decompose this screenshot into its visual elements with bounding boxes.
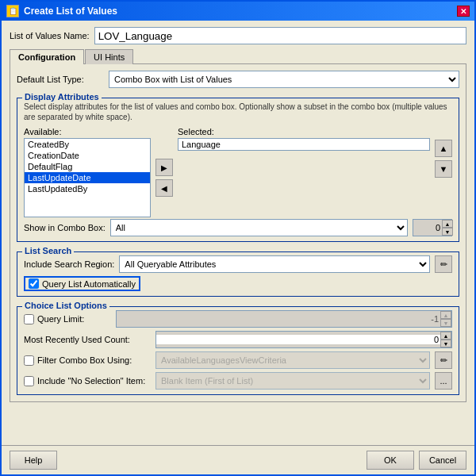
choice-list-options-section: Choice List Options Query Limit: ▲ ▼ (17, 306, 459, 395)
list-item[interactable]: CreatedBy (25, 139, 150, 150)
display-attributes-desc: Select display attributes for the list o… (24, 102, 452, 122)
include-search-select[interactable]: All Queryable Attributes None Custom (119, 255, 430, 273)
list-item[interactable]: CreationDate (25, 150, 150, 161)
query-auto-text: Query List Automatically (42, 279, 136, 289)
filter-combo-label: Filter Combo Box Using: (37, 355, 132, 365)
no-selection-select[interactable]: Blank Item (First of List) (155, 372, 430, 390)
no-selection-label: Include "No Selection" Item: (37, 376, 145, 386)
combo-spin: ▲ ▼ (413, 219, 452, 236)
tabs-container: Configuration UI Hints Default List Type… (10, 49, 466, 402)
lov-name-row: List of Values Name: (10, 27, 466, 44)
no-selection-check-label[interactable]: Include "No Selection" Item: (24, 376, 151, 386)
list-item[interactable]: Language (178, 139, 429, 150)
lov-name-input[interactable] (94, 27, 466, 44)
tab-configuration[interactable]: Configuration (10, 49, 84, 64)
filter-combo-row: Filter Combo Box Using: AvailableLanguag… (24, 351, 452, 369)
window-icon: 📋 (6, 5, 19, 17)
display-attributes-legend: Display Attributes (22, 92, 102, 102)
show-in-combo-label: Show in Combo Box: (24, 223, 106, 232)
default-list-type-row: Default List Type: Combo Box with List o… (17, 71, 459, 88)
default-list-type-label: Default List Type: (17, 75, 104, 84)
filter-pencil-button[interactable]: ✏ (435, 351, 452, 369)
move-down-button[interactable]: ▼ (435, 160, 452, 178)
bottom-buttons: Help OK Cancel (2, 445, 474, 474)
query-limit-input[interactable] (117, 314, 440, 324)
selected-label: Selected: (178, 127, 430, 136)
ok-button[interactable]: OK (367, 451, 414, 470)
cancel-button[interactable]: Cancel (419, 451, 466, 470)
combo-spin-input[interactable] (413, 223, 442, 232)
spin-buttons: ▲ ▼ (442, 220, 453, 236)
selected-listbox[interactable]: Language (178, 138, 430, 151)
lov-name-label: List of Values Name: (10, 31, 90, 40)
query-auto-row: Query List Automatically (24, 276, 452, 291)
no-selection-ellipsis-button[interactable]: ... (435, 372, 452, 390)
no-selection-row: Include "No Selection" Item: Blank Item … (24, 372, 452, 390)
title-bar: 📋 Create List of Values ✕ (2, 2, 474, 21)
query-limit-spin-up[interactable]: ▲ (440, 311, 451, 319)
attributes-area: Available: CreatedBy CreationDate Defaul… (24, 127, 452, 217)
query-limit-check-label[interactable]: Query Limit: (24, 314, 111, 324)
reorder-buttons: ▲ ▼ (435, 140, 452, 178)
show-in-combo-select[interactable]: All None Custom (110, 219, 408, 236)
most-recently-used-row: Most Recently Used Count: ▲ ▼ (24, 331, 452, 348)
most-recently-used-label: Most Recently Used Count: (24, 335, 151, 344)
default-list-type-select[interactable]: Combo Box with List of Values Combo Box … (109, 71, 459, 88)
spin-up-button[interactable]: ▲ (442, 220, 453, 228)
query-limit-checkbox[interactable] (24, 314, 34, 324)
selected-col: Selected: Language (178, 127, 430, 151)
no-selection-checkbox[interactable] (24, 376, 34, 386)
most-recently-used-spin-down[interactable]: ▼ (440, 340, 451, 347)
list-item[interactable]: LastUpdatedBy (25, 183, 150, 194)
most-recently-used-input[interactable] (156, 335, 440, 344)
move-left-button[interactable]: ◀ (155, 179, 173, 197)
most-recently-used-spin-buttons: ▲ ▼ (440, 332, 451, 347)
transfer-buttons: ▶ ◀ (155, 159, 173, 197)
move-right-button[interactable]: ▶ (155, 159, 173, 176)
most-recently-used-spin-up[interactable]: ▲ (440, 332, 451, 340)
tab-configuration-content: Default List Type: Combo Box with List o… (10, 63, 466, 402)
spin-down-button[interactable]: ▼ (442, 228, 453, 236)
list-search-section: List Search Include Search Region: All Q… (17, 251, 459, 297)
query-limit-label: Query Limit: (37, 314, 84, 324)
search-pencil-button[interactable]: ✏ (435, 255, 452, 273)
available-col: Available: CreatedBy CreationDate Defaul… (24, 127, 151, 217)
dialog-content: List of Values Name: Configuration UI Hi… (2, 21, 474, 445)
include-search-row: Include Search Region: All Queryable Att… (24, 255, 452, 273)
available-label: Available: (24, 127, 151, 136)
list-search-legend: List Search (22, 246, 74, 255)
query-limit-spin-down[interactable]: ▼ (440, 319, 451, 327)
tab-list: Configuration UI Hints (10, 49, 466, 64)
display-attributes-section: Display Attributes Select display attrib… (17, 98, 459, 242)
available-listbox[interactable]: CreatedBy CreationDate DefaultFlag LastU… (24, 138, 151, 217)
choice-list-legend: Choice List Options (22, 301, 109, 310)
filter-combo-check-label[interactable]: Filter Combo Box Using: (24, 355, 151, 366)
query-limit-row: Query Limit: ▲ ▼ (24, 310, 452, 328)
tab-ui-hints[interactable]: UI Hints (85, 49, 133, 64)
query-auto-checkbox[interactable] (29, 278, 39, 289)
list-item-selected[interactable]: LastUpdateDate (25, 172, 150, 183)
main-window: 📋 Create List of Values ✕ List of Values… (0, 0, 476, 476)
most-recently-used-spin: ▲ ▼ (155, 331, 452, 348)
move-up-button[interactable]: ▲ (435, 140, 452, 157)
query-auto-label[interactable]: Query List Automatically (24, 276, 140, 291)
list-item[interactable]: DefaultFlag (25, 161, 150, 172)
filter-combo-select[interactable]: AvailableLanguagesViewCriteria (155, 351, 430, 369)
query-limit-spin: ▲ ▼ (116, 310, 452, 328)
window-title: Create List of Values (24, 6, 117, 17)
close-button[interactable]: ✕ (457, 6, 470, 17)
help-button[interactable]: Help (10, 451, 57, 470)
show-in-combo-row: Show in Combo Box: All None Custom ▲ ▼ (24, 219, 452, 236)
include-search-label: Include Search Region: (24, 259, 114, 269)
query-limit-spin-buttons: ▲ ▼ (440, 311, 451, 327)
filter-combo-checkbox[interactable] (24, 355, 34, 366)
